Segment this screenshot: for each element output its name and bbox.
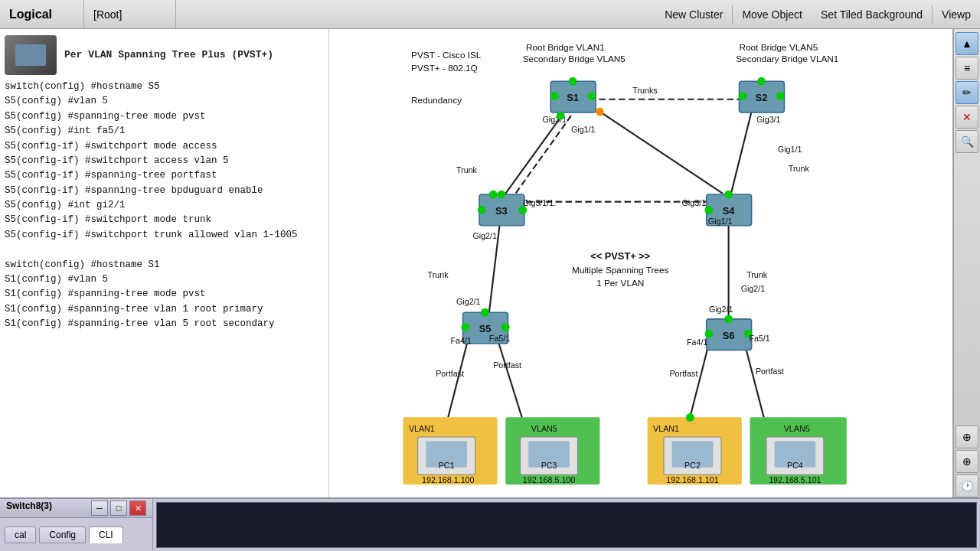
portfast-s5b-label: Portfast [493, 360, 521, 370]
dot-s3-top [489, 191, 498, 199]
tab-logical[interactable]: cal [5, 527, 36, 543]
set-tiled-bg-button[interactable]: Set Tiled Background [812, 5, 932, 24]
s5-dot-left [461, 323, 469, 331]
pvst-label1: PVST - Cisco ISL [411, 50, 482, 60]
s3-dot-left [478, 206, 486, 214]
icon-area: Per VLAN Spanning Tree Plus (PVST+) [5, 35, 324, 75]
vlan1-label-pc2: VLAN1 [653, 424, 679, 433]
pc1-ip: 192.168.1.100 [422, 475, 474, 484]
logical-section: Logical [0, 0, 84, 28]
s5-dot-right [501, 323, 510, 331]
config-line: switch(config) #hostname S1 [5, 258, 324, 272]
trunk-s4-s6-label: Trunk [746, 270, 768, 279]
viewp-button[interactable]: Viewp [933, 5, 980, 24]
trunk-s1-s3-label: Trunk [456, 165, 478, 174]
s4-gig3-1-label: Gig3/1 [682, 198, 707, 207]
move-object-button[interactable]: Move Object [733, 5, 812, 24]
pc4-ip: 192.168.5.101 [769, 475, 821, 484]
menu-icon[interactable]: ≡ [956, 57, 978, 80]
config-line: S5(config-if) #switchport access vlan 5 [5, 154, 324, 168]
config-line: S1(config) #vlan 5 [5, 272, 324, 287]
switch-icon [5, 35, 57, 75]
link-s1-s4 [599, 112, 723, 194]
logical-label: Logical [9, 8, 52, 21]
minimize-button[interactable]: ─ [91, 500, 108, 516]
new-cluster-button[interactable]: New Cluster [655, 5, 732, 24]
tab-config[interactable]: Config [39, 527, 86, 543]
maximize-button[interactable]: □ [110, 500, 127, 516]
cli-input-area[interactable] [156, 502, 977, 548]
network-diagram: PVST - Cisco ISL PVST+ - 802.1Q Redundan… [329, 29, 952, 497]
s4-gig2-1-label: Gig2/1 [741, 284, 766, 293]
multiple-spanning-label: Multiple Spanning Trees [572, 265, 668, 275]
portfast-s6-label: Portfast [669, 369, 697, 378]
s6-fa5-1-label: Fa5/1 [749, 334, 769, 343]
scroll-up-icon[interactable]: ▲ [956, 32, 978, 55]
s6-dot-top [724, 315, 733, 323]
config-line: S1(config) #spanning-tree vlan 5 root se… [5, 317, 324, 331]
s1-label: S1 [567, 92, 579, 103]
s1-dot-top [569, 77, 577, 86]
link-s1-s3-dashed [514, 116, 571, 196]
config-line: S5(config-if) #spanning-tree bpduguard e… [5, 184, 324, 198]
s5-fa5-1-label: Fa5/1 [489, 334, 510, 343]
root-section: [Root] [84, 0, 176, 28]
s1-dot-right [587, 92, 596, 100]
toolbar: Logical [Root] New Cluster Move Object S… [0, 0, 980, 29]
edit-icon[interactable]: ✏ [956, 81, 978, 104]
clock-icon[interactable]: 🕐 [956, 474, 978, 497]
config-line [5, 243, 324, 257]
close-icon[interactable]: ✕ [956, 106, 978, 129]
task-tabs-area: cal Config CLI [0, 518, 152, 551]
task-window: Switch8(3) ─ □ ✕ cal Config CLI [0, 499, 153, 551]
taskbar: Switch8(3) ─ □ ✕ cal Config CLI [0, 497, 980, 551]
pc2-dot [686, 413, 694, 422]
s4-gig1-1-label: Gig1/1 [708, 217, 733, 226]
config-line: S5(config-if) #spanning-tree portfast [5, 168, 324, 183]
left-config-panel: Per VLAN Spanning Tree Plus (PVST+) swit… [0, 29, 329, 497]
s1-dot-left [550, 92, 559, 100]
s4-dot-top [724, 191, 733, 199]
s2-gig3-1-label: Gig3/1 [756, 115, 781, 124]
s6-label: S6 [723, 330, 735, 341]
pvst-description: Per VLAN Spanning Tree Plus (PVST+) [64, 47, 273, 63]
tab-cli[interactable]: CLI [89, 527, 123, 543]
vlan1-label-pc1: VLAN1 [409, 424, 435, 433]
config-line: S1(config) #spanning-tree mode pvst [5, 287, 324, 302]
dot-s1-s3-top [557, 112, 565, 120]
config-text-block: switch(config) #hostname S5S5(config) #v… [5, 80, 324, 331]
s1-gig1-1-label: Gig1/1 [571, 125, 596, 134]
secondary-bridge-vlan5-label: Secondary Bridge VLAN5 [523, 54, 626, 64]
add-icon-bottom2[interactable]: ⊕ [956, 450, 978, 473]
right-toolbar: ▲ ≡ ✏ ✕ 🔍 ⊕ ⊕ 🕐 [952, 29, 980, 497]
config-line: S5(config) #int fa5/1 [5, 124, 324, 139]
config-line: S5(config) #vlan 5 [5, 94, 324, 109]
pc2-label: PC2 [684, 461, 701, 470]
s5-gig2-1-label: Gig2/1 [456, 297, 481, 306]
s2-label: S2 [756, 92, 768, 103]
vlan5-label-pc4: VLAN5 [784, 424, 810, 433]
dot-s1-s4-top [596, 108, 604, 116]
pvst-label2: PVST+ - 802.1Q [411, 63, 478, 73]
s6-fa4-1-label: Fa4/1 [687, 337, 707, 347]
s3-gig2-1-label: Gig2/1 [472, 231, 497, 240]
config-line: switch(config) #hostname S5 [5, 80, 324, 94]
root-label: [Root] [93, 8, 122, 21]
task-window-title: Switch8(3) ─ □ ✕ [0, 499, 152, 518]
pc3-ip: 192.168.5.100 [523, 475, 575, 484]
s3-label: S3 [495, 205, 508, 217]
trunk-s2-s4-label: Trunk [789, 164, 810, 173]
secondary-bridge-vlan1-label: Secondary Bridge VLAN1 [736, 54, 838, 64]
pc2-ip: 192.168.1.101 [666, 475, 718, 484]
portfast-s5-label: Portfast [436, 369, 464, 378]
config-line: S1(config) #spanning-tree vlan 1 root pr… [5, 302, 324, 317]
add-icon-bottom1[interactable]: ⊕ [956, 425, 978, 448]
pvst-center-label: << PVST+ >> [590, 250, 650, 262]
s2-dot-right [776, 92, 785, 100]
close-button[interactable]: ✕ [129, 500, 146, 516]
search-icon[interactable]: 🔍 [956, 130, 978, 153]
config-line: S5(config-if) #switchport mode access [5, 139, 324, 154]
pc4-label: PC4 [787, 461, 803, 470]
s4-label: S4 [723, 205, 736, 217]
link-s5-pc3 [498, 339, 522, 418]
